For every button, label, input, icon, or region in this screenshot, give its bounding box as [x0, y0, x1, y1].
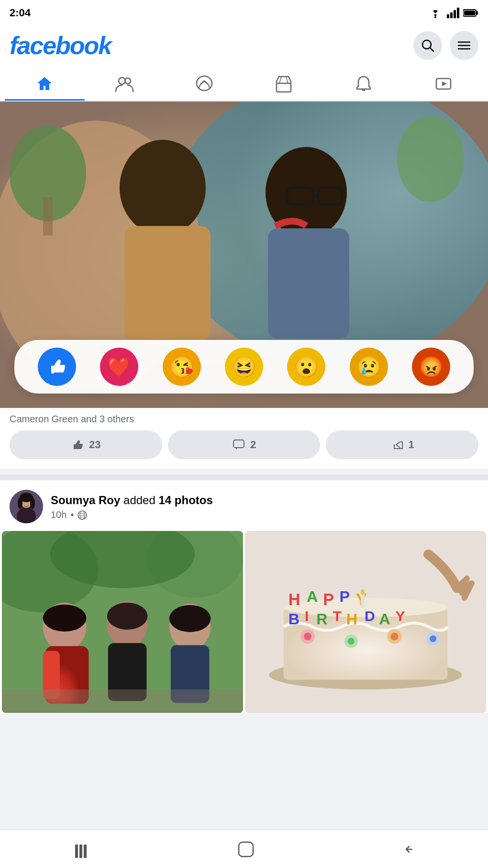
header-actions	[413, 31, 478, 60]
avatar-image	[10, 490, 43, 523]
reaction-angry-btn[interactable]: 😡	[412, 348, 450, 386]
battery-icon	[463, 9, 478, 17]
marketplace-icon	[275, 75, 293, 93]
svg-point-39	[18, 497, 22, 509]
share-count: 1	[409, 439, 414, 451]
svg-text:P: P	[323, 590, 334, 609]
wifi-icon	[428, 8, 443, 18]
photo-cell-2[interactable]: H A P P Y B I R T H D A Y	[245, 531, 486, 713]
bottom-nav-home[interactable]	[218, 836, 274, 863]
svg-text:D: D	[365, 608, 375, 624]
svg-text:H: H	[346, 610, 357, 628]
messenger-icon	[195, 75, 213, 93]
nav-item-marketplace[interactable]	[244, 67, 324, 101]
svg-rect-7	[476, 11, 478, 15]
reactions-count-text: Cameron Green and 3 others	[10, 414, 134, 424]
svg-marker-19	[442, 81, 447, 86]
svg-point-16	[197, 76, 212, 90]
signal-icon	[447, 8, 459, 18]
reaction-haha-btn[interactable]: 😆	[225, 348, 263, 386]
svg-point-57	[43, 605, 87, 631]
time-separator: •	[70, 509, 74, 520]
nav-item-friends[interactable]	[85, 67, 165, 101]
photo-count: 14 photos	[158, 494, 212, 507]
status-icons	[428, 8, 478, 18]
reaction-like-btn[interactable]	[38, 348, 76, 386]
svg-rect-2	[447, 14, 449, 18]
svg-rect-5	[457, 8, 459, 18]
svg-text:A: A	[379, 610, 390, 628]
svg-text:I: I	[305, 608, 309, 624]
svg-point-79	[304, 632, 311, 640]
avatar-soumya[interactable]	[10, 490, 43, 523]
svg-rect-88	[75, 845, 78, 858]
bottom-nav-back[interactable]	[382, 838, 434, 861]
post-2-header: Soumya Roy added 14 photos 10h •	[0, 480, 488, 531]
svg-rect-89	[79, 845, 82, 858]
svg-rect-26	[268, 228, 349, 338]
comment-count: 2	[250, 439, 256, 451]
svg-point-1	[434, 16, 436, 18]
svg-rect-8	[464, 11, 475, 15]
nav-bar	[0, 67, 488, 101]
reaction-care-btn[interactable]: 😘	[163, 348, 201, 386]
reactions-bar: ❤️ 😘 😆 😮 😢 😡	[14, 340, 474, 394]
watch-icon	[434, 75, 453, 93]
svg-rect-3	[450, 12, 453, 18]
post-actions: 23 2 1	[0, 425, 488, 469]
post-author: Soumya Roy added 14 photos	[51, 493, 478, 507]
svg-rect-90	[84, 845, 87, 858]
search-button[interactable]	[413, 31, 442, 60]
post-reactions-count: Cameron Green and 3 others	[0, 408, 488, 425]
like-action-btn[interactable]: 23	[10, 430, 162, 459]
nav-item-watch[interactable]	[403, 67, 483, 101]
post-image-container: ❤️ 😘 😆 😮 😢 😡	[0, 101, 488, 408]
friends-icon	[115, 75, 134, 93]
home-icon	[35, 75, 54, 93]
svg-point-31	[397, 116, 464, 202]
post-2: Soumya Roy added 14 photos 10h •	[0, 480, 488, 713]
reaction-love-btn[interactable]: ❤️	[100, 348, 138, 386]
svg-point-81	[348, 638, 355, 644]
post-meta: Soumya Roy added 14 photos 10h •	[51, 493, 478, 520]
svg-point-40	[30, 497, 35, 509]
comment-icon	[232, 438, 245, 451]
svg-text:A: A	[307, 588, 318, 605]
like-action-icon	[71, 438, 84, 451]
share-action-btn[interactable]: 1	[326, 430, 478, 459]
svg-text:T: T	[333, 608, 342, 624]
reaction-sad-btn[interactable]: 😢	[350, 348, 388, 386]
nav-item-notifications[interactable]	[324, 67, 404, 101]
nav-item-messenger[interactable]	[164, 67, 244, 101]
comment-action-btn[interactable]: 2	[168, 430, 321, 459]
svg-point-85	[430, 635, 436, 642]
photo-cell-1[interactable]	[2, 531, 243, 713]
back-icon	[401, 843, 415, 856]
svg-rect-91	[239, 842, 253, 857]
reaction-wow-btn[interactable]: 😮	[287, 348, 325, 386]
svg-line-10	[430, 48, 433, 51]
svg-rect-4	[454, 10, 456, 18]
recent-apps-icon	[73, 841, 90, 858]
svg-point-87	[361, 589, 365, 595]
facebook-logo: facebook	[10, 31, 111, 60]
svg-marker-0	[434, 15, 437, 16]
author-name: Soumya Roy	[51, 494, 120, 507]
svg-rect-86	[361, 593, 365, 608]
svg-text:H: H	[288, 590, 300, 609]
svg-text:R: R	[316, 610, 327, 628]
time-ago: 10h	[51, 509, 67, 520]
post-1: ❤️ 😘 😆 😮 😢 😡 Cameron Green and 3 others	[0, 101, 488, 469]
bottom-nav-recent[interactable]	[54, 836, 110, 863]
svg-rect-60	[2, 689, 243, 713]
author-action: added	[123, 494, 158, 507]
privacy-icon	[78, 510, 87, 520]
status-time: 2:04	[10, 7, 31, 19]
menu-button[interactable]	[450, 31, 478, 60]
share-icon	[390, 438, 404, 451]
svg-rect-17	[277, 83, 291, 92]
status-bar: 2:04	[0, 0, 488, 24]
svg-rect-32	[43, 197, 53, 236]
svg-text:P: P	[340, 588, 350, 605]
nav-item-home[interactable]	[5, 67, 85, 101]
